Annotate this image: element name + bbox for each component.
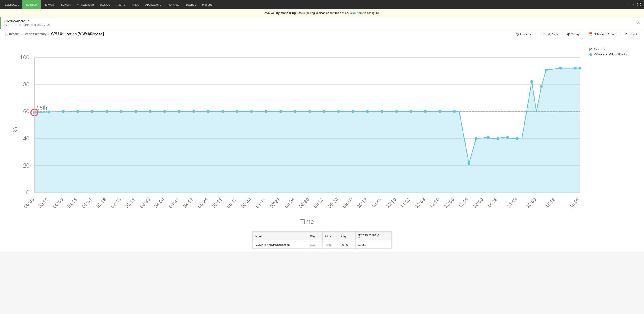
svg-text:13:50: 13:50 xyxy=(472,197,484,209)
nav-servers[interactable]: Servers xyxy=(58,0,74,9)
forecast-label: Forecast xyxy=(520,32,532,36)
chart-svg: 100 80 60 40 20 0 % 95th xyxy=(6,43,585,226)
svg-point-48 xyxy=(496,137,499,140)
schedule-report-button[interactable]: 📅 Schedule Report xyxy=(586,31,617,37)
svg-text:02:45: 02:45 xyxy=(110,197,122,209)
svg-point-44 xyxy=(453,110,456,113)
cell-percentile: 59.35 xyxy=(356,241,391,249)
svg-text:12:30: 12:30 xyxy=(428,197,440,209)
svg-point-22 xyxy=(134,110,137,113)
breadcrumb-graph-summary[interactable]: Graph Summary xyxy=(24,32,47,36)
col-header-percentile: 95th Percentile ? xyxy=(356,232,391,241)
table-row: VMware-vmCPUUtilization 25.0 72.0 59.99 … xyxy=(253,241,392,249)
today-label: Today xyxy=(571,32,580,36)
banner-bold-text: Availability monitoring xyxy=(264,11,296,14)
banner-text-after: to configure. xyxy=(363,11,380,14)
svg-text:08:30: 08:30 xyxy=(298,197,310,209)
toolbar-sep-4: | xyxy=(620,32,620,36)
nav-inventory[interactable]: Inventory xyxy=(22,0,40,9)
toolbar-sep-2: | xyxy=(562,32,563,36)
close-button[interactable]: ✕ xyxy=(636,20,640,25)
svg-text:01:51: 01:51 xyxy=(81,197,93,209)
forecast-icon: ◔ xyxy=(516,32,519,36)
percentile-hint: ? xyxy=(358,237,388,239)
svg-text:04:57: 04:57 xyxy=(182,197,194,209)
table-header-row: Name Min Max Avg 95th Percentile ? xyxy=(253,232,392,241)
nav-alarms[interactable]: Alarms xyxy=(113,0,128,9)
svg-point-52 xyxy=(540,85,543,88)
svg-point-35 xyxy=(323,110,326,113)
breadcrumb-summary[interactable]: Summary xyxy=(6,32,19,36)
export-button[interactable]: ↗ Export xyxy=(622,31,638,37)
svg-text:09:50: 09:50 xyxy=(342,197,354,209)
svg-point-43 xyxy=(438,110,442,113)
series-dot xyxy=(589,53,592,56)
nav-virtualization[interactable]: Virtualization xyxy=(74,0,97,9)
svg-text:40: 40 xyxy=(23,135,30,142)
nav-reports[interactable]: Reports xyxy=(199,0,216,9)
svg-text:16:03: 16:03 xyxy=(568,197,581,209)
svg-point-27 xyxy=(207,110,210,113)
svg-text:13:23: 13:23 xyxy=(458,197,470,209)
export-icon: ↗ xyxy=(624,32,627,36)
device-name: OPM-Server17 xyxy=(4,19,50,23)
x-axis-labels: 00:05 00:32 00:58 01:25 01:51 02:18 02:4… xyxy=(23,197,581,209)
today-button[interactable]: ◐ Today xyxy=(565,31,581,37)
x-axis-title: Time xyxy=(300,218,314,225)
svg-point-39 xyxy=(380,110,384,113)
nav-back-button[interactable]: ‹ xyxy=(626,1,630,7)
svg-point-50 xyxy=(516,137,519,140)
table-view-label: Table View xyxy=(544,32,558,36)
legend-select-all[interactable]: ✓ Select All xyxy=(589,47,638,51)
schedule-label: Schedule Report xyxy=(594,32,616,36)
nav-network[interactable]: Network xyxy=(40,0,58,9)
banner-text: : Status polling is disabled for this de… xyxy=(296,11,350,14)
svg-point-20 xyxy=(106,110,108,113)
nav-workflow[interactable]: Workflow xyxy=(164,0,182,9)
table-view-button[interactable]: ☷ Table View xyxy=(538,31,560,37)
svg-text:05:24: 05:24 xyxy=(197,197,209,209)
svg-text:04:31: 04:31 xyxy=(168,197,180,209)
availability-banner: Availability monitoring: Status polling … xyxy=(0,9,644,17)
svg-point-19 xyxy=(91,110,94,113)
cell-max: 72.0 xyxy=(322,241,338,249)
svg-text:04:04: 04:04 xyxy=(153,197,166,209)
nav-forward-button[interactable]: › xyxy=(631,1,635,7)
svg-point-53 xyxy=(545,69,548,71)
svg-point-37 xyxy=(352,110,354,113)
nav-maps[interactable]: Maps xyxy=(129,0,142,9)
banner-link[interactable]: Click here xyxy=(350,11,363,14)
chart-legend: ✓ Select All VMware-vmCPUUtilization xyxy=(589,43,638,227)
device-header: OPM-Server17 Server | Linux | SNMP | CLI… xyxy=(0,17,644,29)
svg-point-29 xyxy=(236,110,238,113)
svg-text:60: 60 xyxy=(23,108,30,115)
svg-text:06:44: 06:44 xyxy=(240,197,252,209)
svg-text:00:58: 00:58 xyxy=(52,197,64,209)
legend-series[interactable]: VMware-vmCPUUtilization xyxy=(589,53,638,56)
chart-fill-area xyxy=(34,68,580,193)
svg-text:03:38: 03:38 xyxy=(138,197,151,209)
svg-point-28 xyxy=(221,110,224,113)
svg-text:80: 80 xyxy=(23,81,30,88)
svg-point-18 xyxy=(76,110,80,113)
svg-point-23 xyxy=(149,110,152,113)
svg-text:95th: 95th xyxy=(37,105,47,111)
svg-text:100: 100 xyxy=(20,54,30,60)
cell-min: 25.0 xyxy=(307,241,322,249)
svg-text:08:57: 08:57 xyxy=(312,197,325,209)
svg-point-31 xyxy=(264,110,268,113)
select-all-checkbox[interactable]: ✓ xyxy=(589,48,592,51)
nav-dashboard[interactable]: Dashboard xyxy=(2,0,22,9)
svg-point-34 xyxy=(308,110,311,113)
nav-storage[interactable]: Storage xyxy=(97,0,114,9)
nav-expand-button[interactable]: ⛶ xyxy=(636,1,642,7)
svg-text:00:05: 00:05 xyxy=(23,197,35,209)
nav-applications[interactable]: Applications xyxy=(142,0,164,9)
nav-settings[interactable]: Settings xyxy=(182,0,199,9)
svg-point-25 xyxy=(178,110,181,113)
col-header-min: Min xyxy=(307,232,322,241)
svg-text:%: % xyxy=(12,127,19,133)
col-header-name: Name xyxy=(253,232,307,241)
forecast-button[interactable]: ◔ Forecast xyxy=(514,31,533,37)
toolbar-actions: ◔ Forecast | ☷ Table View | ◐ Today | 📅 … xyxy=(514,31,638,37)
